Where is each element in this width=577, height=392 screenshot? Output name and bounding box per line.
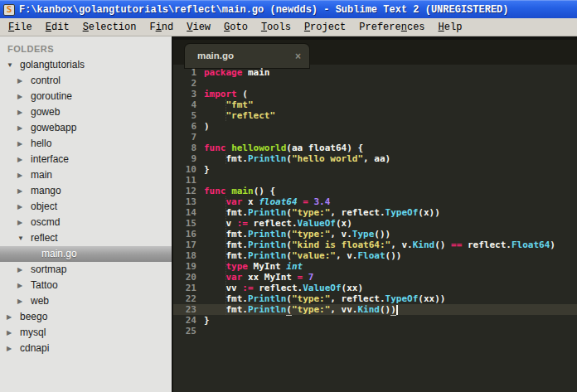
chevron-right-icon[interactable]: ▶ (17, 215, 28, 230)
chevron-down-icon[interactable]: ▼ (7, 57, 17, 73)
code-line-14[interactable]: 14 fmt.Println("type:", reflect.TypeOf(x… (173, 207, 577, 218)
chevron-down-icon[interactable]: ▼ (17, 230, 28, 246)
sidebar-item-golangtutorials[interactable]: ▼golangtutorials (0, 57, 172, 73)
menu-file[interactable]: File (2, 18, 39, 36)
code-line-12[interactable]: 12func main() { (173, 186, 577, 196)
line-number[interactable]: 7 (173, 132, 196, 143)
line-number[interactable]: 24 (173, 315, 196, 326)
menu-edit[interactable]: Edit (39, 18, 76, 36)
sidebar-item-sortmap[interactable]: ▶sortmap (0, 262, 172, 278)
line-number[interactable]: 23 (173, 304, 196, 315)
code-line-13[interactable]: 13 var x float64 = 3.4 (173, 196, 577, 207)
line-number[interactable]: 4 (173, 99, 196, 110)
chevron-right-icon[interactable]: ▶ (7, 341, 17, 356)
line-number[interactable]: 14 (173, 207, 196, 218)
line-number[interactable]: 12 (173, 186, 196, 196)
code-line-6[interactable]: 6) (173, 121, 577, 132)
menu-find[interactable]: Find (143, 18, 180, 36)
sidebar-item-main[interactable]: ▶main (0, 167, 172, 183)
code-editor[interactable]: 1package main23import (4 "fmt"5 "reflect… (173, 65, 577, 392)
code-line-8[interactable]: 8func helloworld(aa float64) { (173, 143, 577, 153)
sidebar-item-mysql[interactable]: ▶mysql (0, 325, 172, 341)
line-number[interactable]: 21 (173, 283, 196, 293)
sublime-logo-icon[interactable]: S (3, 4, 15, 16)
code-line-22[interactable]: 22 fmt.Println("type:", reflect.TypeOf(x… (173, 293, 577, 304)
line-number[interactable]: 18 (173, 250, 196, 261)
sidebar-item-object[interactable]: ▶object (0, 199, 172, 215)
line-number[interactable]: 10 (173, 164, 196, 175)
line-number[interactable]: 11 (173, 175, 196, 186)
line-number[interactable]: 1 (173, 67, 196, 78)
code-line-23[interactable]: 23 fmt.Println("type:", vv.Kind()) (173, 304, 577, 315)
sidebar-item-reflect[interactable]: ▼reflect (0, 230, 172, 246)
sidebar-item-hello[interactable]: ▶hello (0, 136, 172, 152)
chevron-right-icon[interactable]: ▶ (17, 167, 28, 183)
tab-close-icon[interactable]: × (295, 51, 301, 61)
code-line-21[interactable]: 21 vv := reflect.ValueOf(xx) (173, 283, 577, 293)
line-number[interactable]: 25 (173, 326, 196, 336)
code-line-15[interactable]: 15 v := reflect.ValueOf(x) (173, 218, 577, 229)
sidebar-item-tattoo[interactable]: ▶Tattoo (0, 278, 172, 293)
code-line-7[interactable]: 7 (173, 132, 577, 143)
chevron-right-icon[interactable]: ▶ (17, 89, 28, 104)
sidebar-item-control[interactable]: ▶control (0, 73, 172, 89)
line-number[interactable]: 16 (173, 229, 196, 240)
code-line-20[interactable]: 20 var xx MyInt = 7 (173, 272, 577, 283)
chevron-right-icon[interactable]: ▶ (17, 120, 28, 136)
code-line-19[interactable]: 19 type MyInt int (173, 261, 577, 272)
line-number[interactable]: 2 (173, 78, 196, 89)
code-line-1[interactable]: 1package main (173, 67, 577, 78)
chevron-right-icon[interactable]: ▶ (17, 73, 28, 89)
menu-project[interactable]: Project (298, 18, 352, 36)
chevron-right-icon[interactable]: ▶ (7, 309, 17, 325)
code-line-4[interactable]: 4 "fmt" (173, 99, 577, 110)
sidebar-item-interface[interactable]: ▶interface (0, 152, 172, 167)
line-number[interactable]: 13 (173, 196, 196, 207)
code-line-2[interactable]: 2 (173, 78, 577, 89)
line-number[interactable]: 5 (173, 110, 196, 121)
menu-tools[interactable]: Tools (255, 18, 298, 36)
line-number[interactable]: 15 (173, 218, 196, 229)
menu-help[interactable]: Help (432, 18, 469, 36)
line-number[interactable]: 9 (173, 153, 196, 164)
code-line-11[interactable]: 11 (173, 175, 577, 186)
sidebar-item-gowebapp[interactable]: ▶gowebapp (0, 120, 172, 136)
sidebar-item-goroutine[interactable]: ▶goroutine (0, 89, 172, 104)
chevron-right-icon[interactable]: ▶ (17, 152, 28, 167)
code-line-3[interactable]: 3import ( (173, 89, 577, 99)
menu-preferences[interactable]: Preferences (352, 18, 431, 36)
line-number[interactable]: 22 (173, 293, 196, 304)
code-line-24[interactable]: 24} (173, 315, 577, 326)
sidebar-item-goweb[interactable]: ▶goweb (0, 104, 172, 120)
chevron-right-icon[interactable]: ▶ (17, 293, 28, 309)
code-line-5[interactable]: 5 "reflect" (173, 110, 577, 121)
chevron-right-icon[interactable]: ▶ (17, 199, 28, 215)
sidebar-item-oscmd[interactable]: ▶oscmd (0, 215, 172, 230)
code-line-9[interactable]: 9 fmt.Println("hello world", aa) (173, 153, 577, 164)
chevron-right-icon[interactable]: ▶ (17, 183, 28, 199)
line-number[interactable]: 19 (173, 261, 196, 272)
line-number[interactable]: 3 (173, 89, 196, 99)
chevron-right-icon[interactable]: ▶ (17, 104, 28, 120)
code-line-25[interactable]: 25 (173, 326, 577, 336)
sidebar-item-mango[interactable]: ▶mango (0, 183, 172, 199)
code-line-10[interactable]: 10} (173, 164, 577, 175)
sidebar-item-web[interactable]: ▶web (0, 293, 172, 309)
sidebar-item-cdnapi[interactable]: ▶cdnapi (0, 341, 172, 356)
chevron-right-icon[interactable]: ▶ (17, 262, 28, 278)
menu-selection[interactable]: Selection (76, 18, 143, 36)
line-number[interactable]: 6 (173, 121, 196, 132)
menu-view[interactable]: View (180, 18, 217, 36)
code-line-16[interactable]: 16 fmt.Println("type:", v.Type()) (173, 229, 577, 240)
menu-goto[interactable]: Goto (217, 18, 255, 36)
chevron-right-icon[interactable]: ▶ (17, 136, 28, 152)
sidebar-item-beego[interactable]: ▶beego (0, 309, 172, 325)
titlebar[interactable]: S F:\kanbox\golangtutorials\reflect\main… (0, 0, 577, 18)
line-number[interactable]: 8 (173, 143, 196, 153)
line-number[interactable]: 20 (173, 272, 196, 283)
chevron-right-icon[interactable]: ▶ (17, 278, 28, 293)
sidebar-item-main-go[interactable]: main.go (0, 246, 172, 262)
code-line-17[interactable]: 17 fmt.Println("kind is float64:", v.Kin… (173, 240, 577, 250)
code-line-18[interactable]: 18 fmt.Println("value:", v.Float()) (173, 250, 577, 261)
line-number[interactable]: 17 (173, 240, 196, 250)
